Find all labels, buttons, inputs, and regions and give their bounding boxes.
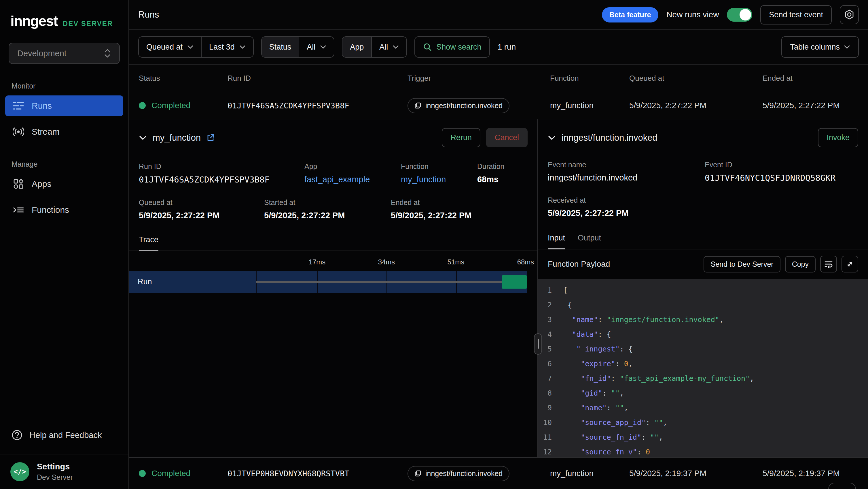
column-header-status[interactable]: Status — [139, 74, 227, 83]
sidebar-item-runs[interactable]: Runs — [5, 95, 123, 116]
external-link-icon[interactable] — [207, 134, 215, 142]
event-details-header: inngest/function.invoked Invoke — [538, 128, 868, 147]
trigger-event-name: inngest/function.invoked — [425, 102, 502, 110]
column-header-ended-at[interactable]: Ended at — [763, 74, 858, 83]
copy-button[interactable]: Copy — [785, 256, 815, 272]
settings-gear-button[interactable] — [840, 5, 859, 24]
time-filter-group: Queued at Last 3d — [138, 36, 254, 58]
new-runs-view-label: New runs view — [666, 10, 719, 19]
status-dot-icon — [139, 470, 146, 477]
partial-button[interactable] — [828, 483, 856, 489]
trace-timeline: 17ms 34ms 51ms 68ms Run — [129, 258, 537, 304]
code-text: "source_app_id": "", — [563, 415, 667, 430]
top-bar: Runs Beta feature New runs view Send tes… — [129, 0, 868, 30]
sidebar-item-label: Stream — [32, 127, 60, 137]
column-header-queued-at[interactable]: Queued at — [629, 74, 763, 83]
app-field: App fast_api_example — [304, 162, 401, 184]
app-filter-dropdown[interactable]: All — [371, 37, 406, 57]
cancel-button[interactable]: Cancel — [486, 128, 528, 147]
filter-bar: Queued at Last 3d Status All — [129, 30, 868, 65]
column-header-function[interactable]: Function — [550, 74, 629, 83]
field-value: inngest/function.invoked — [548, 173, 705, 182]
settings-entry[interactable]: </> Settings Dev Server — [0, 454, 128, 489]
event-name-field: Event name inngest/function.invoked — [548, 161, 705, 183]
top-bar-actions: Beta feature New runs view Send test eve… — [602, 5, 859, 25]
line-number: 1 — [538, 283, 563, 297]
time-range-dropdown[interactable]: Last 3d — [201, 37, 253, 57]
sidebar-item-apps[interactable]: Apps — [5, 174, 123, 194]
code-line: 4 "data": { — [538, 327, 868, 342]
trace-execution-bar[interactable] — [502, 275, 527, 289]
line-number: 3 — [538, 312, 563, 327]
run-details-pane: my_function Rerun Cancel Run ID 01JTV — [129, 119, 538, 457]
pane-resize-handle[interactable] — [534, 333, 542, 355]
chevron-down-icon — [239, 45, 246, 49]
field-label: Received at — [548, 196, 858, 204]
main-content: Runs Beta feature New runs view Send tes… — [129, 0, 868, 489]
time-range-value: Last 3d — [209, 43, 235, 52]
code-line: 5 "_inngest": { — [538, 342, 868, 356]
expanded-run-panel: my_function Rerun Cancel Run ID 01JTV — [129, 119, 868, 457]
new-runs-view-toggle[interactable] — [727, 8, 752, 22]
time-field-value: Queued at — [146, 43, 183, 52]
time-field-dropdown[interactable]: Queued at — [139, 37, 201, 57]
tab-output[interactable]: Output — [578, 234, 601, 249]
run-tabs: Trace — [129, 235, 537, 251]
code-text: "fn_id": "fast_api_example-my_function", — [563, 371, 754, 386]
bottom-row-container: Completed 01JTVEP0H8EVDNYXH68QRSTVBT inn… — [129, 457, 868, 489]
send-test-event-button[interactable]: Send test event — [760, 5, 832, 25]
expand-button[interactable] — [841, 256, 858, 272]
code-editor[interactable]: 1[2 {3 "name": "inngest/function.invoked… — [538, 279, 868, 457]
page-title: Runs — [138, 9, 159, 20]
settings-text: Settings Dev Server — [37, 462, 73, 482]
sidebar-item-functions[interactable]: Functions — [5, 200, 123, 220]
tab-trace[interactable]: Trace — [139, 235, 158, 251]
sidebar-item-stream[interactable]: Stream — [5, 121, 123, 142]
logo-text: inngest — [10, 13, 58, 29]
trace-tick: 68ms — [517, 258, 534, 266]
table-row[interactable]: Completed 01JTVEP0H8EVDNYXH68QRSTVBT inn… — [129, 458, 868, 489]
environment-selector[interactable]: Development — [9, 43, 120, 64]
table-row[interactable]: Completed 01JTVF46SA5ZCDK4YPFSPV3B8F inn… — [129, 92, 868, 119]
collapse-chevron-icon[interactable] — [139, 135, 147, 140]
rerun-button[interactable]: Rerun — [442, 128, 480, 147]
trigger-event-pill[interactable]: inngest/function.invoked — [407, 466, 509, 481]
table-columns-button[interactable]: Table columns — [781, 36, 859, 58]
code-line: 8 "gid": "", — [538, 386, 868, 401]
code-line: 11 "source_fn_id": "", — [538, 430, 868, 444]
code-line: 3 "name": "inngest/function.invoked", — [538, 312, 868, 327]
code-text: "source_fn_v": 0 — [563, 444, 650, 457]
column-header-run-id[interactable]: Run ID — [227, 74, 407, 83]
help-and-feedback[interactable]: Help and Feedback — [0, 430, 128, 454]
trigger-event-pill[interactable]: inngest/function.invoked — [407, 98, 509, 113]
sidebar-section-manage: Manage — [11, 160, 128, 168]
app-link[interactable]: fast_api_example — [304, 175, 401, 184]
status-filter-dropdown[interactable]: All — [299, 37, 334, 57]
collapse-chevron-icon[interactable] — [548, 135, 556, 140]
field-label: Event name — [548, 161, 705, 169]
column-header-trigger[interactable]: Trigger — [407, 74, 550, 83]
status-filter-group: Status All — [261, 36, 335, 58]
send-to-dev-server-button[interactable]: Send to Dev Server — [704, 256, 780, 272]
code-text: "gid": "", — [563, 386, 624, 401]
line-number: 2 — [538, 297, 563, 312]
field-label: Function — [401, 162, 477, 171]
event-title: inngest/function.invoked — [562, 133, 657, 143]
trace-queue-track — [256, 281, 502, 283]
trace-tick: 51ms — [447, 258, 465, 266]
function-link[interactable]: my_function — [401, 175, 477, 184]
field-value: 01JTVF46SA5ZCDK4YPFSPV3B8F — [139, 175, 304, 184]
word-wrap-button[interactable] — [820, 256, 837, 272]
invoke-button[interactable]: Invoke — [818, 128, 858, 147]
code-text: { — [563, 297, 572, 312]
field-label: Queued at — [139, 198, 264, 207]
help-label: Help and Feedback — [29, 430, 102, 440]
code-text: "source_fn_id": "", — [563, 430, 663, 444]
filter-bar-right: Table columns — [781, 36, 859, 58]
code-text: "_inngest": { — [563, 342, 633, 356]
show-search-button[interactable]: Show search — [414, 36, 490, 58]
tab-input[interactable]: Input — [548, 234, 565, 250]
run-id-cell: 01JTVF46SA5ZCDK4YPFSPV3B8F — [227, 101, 407, 110]
field-label: Ended at — [391, 198, 528, 207]
dev-server-avatar: </> — [10, 462, 29, 481]
